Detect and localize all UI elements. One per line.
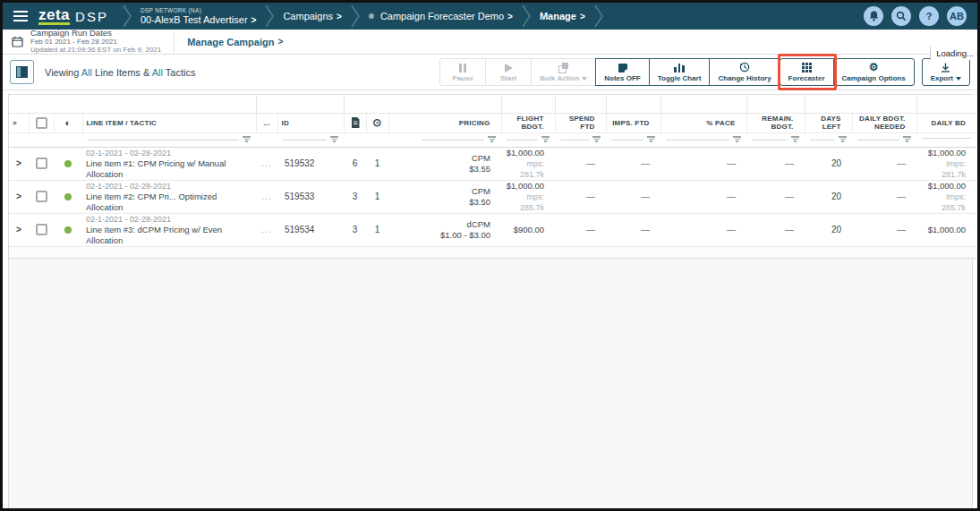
vertical-divider bbox=[174, 32, 175, 52]
run-dates-title: Campaign Run Dates bbox=[30, 29, 161, 38]
expand-all-header[interactable]: > bbox=[9, 113, 29, 132]
id-filter[interactable] bbox=[277, 132, 344, 147]
row-expand-chevron[interactable]: > bbox=[9, 213, 29, 246]
forecaster-button[interactable]: Forecaster bbox=[780, 58, 834, 86]
row-checkbox[interactable] bbox=[36, 158, 47, 169]
days-left-column-header[interactable]: DAYS LEFT bbox=[805, 113, 852, 132]
line-item-dates: 02-1-2021 - 02-28-2021 bbox=[86, 181, 252, 192]
flight-budget-filter[interactable] bbox=[501, 132, 555, 147]
dsp-campaign-manage-page: { "colors": { "topbar_bg": "#1b4b5f", "l… bbox=[0, 0, 980, 511]
avatar[interactable]: AB bbox=[947, 6, 967, 26]
tactics-column-header[interactable] bbox=[344, 113, 366, 132]
pace-column-header[interactable]: % PACE bbox=[660, 113, 746, 132]
pricing-value: $3.50 bbox=[392, 197, 490, 208]
row-checkbox[interactable] bbox=[36, 224, 47, 235]
imps-ftd-column-header[interactable]: IMPS. FTD bbox=[606, 113, 660, 132]
filter-funnel-icon[interactable] bbox=[541, 136, 550, 142]
breadcrumb-campaigns[interactable]: Campaigns > bbox=[276, 3, 348, 30]
spend-ftd-cell: — bbox=[555, 147, 606, 180]
viewing-all-tactics: All bbox=[152, 67, 163, 78]
select-all-header[interactable] bbox=[29, 113, 54, 132]
logo-dsp-text: DSP bbox=[75, 9, 108, 24]
daily-budget-needed-column-header[interactable]: DAILY BDGT. NEEDED bbox=[852, 113, 916, 132]
remaining-budget-column-header[interactable]: REMAIN. BDGT. bbox=[746, 113, 805, 132]
targets-column-header[interactable]: ⊙ bbox=[366, 113, 388, 132]
filter-funnel-icon[interactable] bbox=[592, 136, 601, 142]
filter-funnel-icon[interactable] bbox=[488, 136, 496, 142]
search-icon[interactable] bbox=[891, 6, 911, 26]
notes-toggle-button[interactable]: Notes OFF bbox=[595, 58, 649, 86]
breadcrumb-advertiser[interactable]: DSP NETWORK (NA) 00-AlexB Test Advertise… bbox=[133, 3, 263, 30]
line-item-cell[interactable]: 02-1-2021 - 02-28-2021 Line Item #2: CPM… bbox=[82, 180, 256, 213]
row-select[interactable] bbox=[29, 147, 54, 180]
table-row: > 02-1-2021 - 02-28-2021 Line Item #3: d… bbox=[9, 213, 976, 246]
flight-budget-column-header[interactable]: FLIGHT BDGT. bbox=[501, 113, 555, 132]
notifications-bell-icon[interactable] bbox=[864, 6, 883, 26]
row-checkbox[interactable] bbox=[36, 191, 47, 202]
spend-ftd-column-header[interactable]: SPEND FTD bbox=[555, 113, 606, 132]
row-select[interactable] bbox=[29, 213, 54, 246]
view-toggle-button[interactable] bbox=[10, 60, 34, 84]
line-item-column-header[interactable]: LINE ITEM / TACTIC bbox=[82, 113, 256, 132]
daily-budget-value: $1,000.00 bbox=[920, 225, 966, 235]
filter-funnel-icon[interactable] bbox=[839, 136, 847, 142]
export-button[interactable]: Export bbox=[922, 58, 970, 86]
filter-funnel-icon[interactable] bbox=[733, 136, 741, 142]
row-expand-chevron[interactable]: > bbox=[9, 147, 29, 180]
pace-cell: — bbox=[660, 213, 746, 246]
chevron-right-icon: > bbox=[251, 15, 257, 25]
imps-ftd-cell: — bbox=[606, 147, 660, 180]
filter-funnel-icon[interactable] bbox=[791, 136, 799, 142]
pace-filter[interactable] bbox=[660, 132, 746, 147]
viewing-summary: Viewing All Line Items & All Tactics bbox=[45, 67, 195, 78]
bulk-action-button[interactable]: Bulk Action bbox=[531, 58, 596, 86]
row-more-options[interactable]: ... bbox=[256, 213, 277, 246]
breadcrumb-campaign-name[interactable]: Campaign Forecaster Demo > bbox=[362, 3, 520, 30]
row-more-options[interactable]: ... bbox=[256, 180, 277, 213]
filter-funnel-icon[interactable] bbox=[243, 136, 251, 142]
imps-ftd-filter[interactable] bbox=[606, 132, 660, 147]
target-count-cell: 1 bbox=[366, 147, 388, 180]
campaign-options-button[interactable]: ⚙ Campaign Options bbox=[833, 58, 915, 86]
status-column-header[interactable]: ◐ bbox=[54, 113, 82, 132]
row-more-options[interactable]: ... bbox=[256, 147, 277, 180]
manage-campaign-link[interactable]: Manage Campaign > bbox=[187, 37, 283, 47]
filter-funnel-icon[interactable] bbox=[330, 136, 338, 142]
filter-funnel-icon[interactable] bbox=[647, 136, 655, 142]
tactic-count-cell: 6 bbox=[344, 147, 366, 180]
pricing-column-header[interactable]: PRICING bbox=[388, 113, 501, 132]
line-item-cell[interactable]: 02-1-2021 - 02-28-2021 Line Item #1: CPM… bbox=[82, 147, 256, 180]
help-icon[interactable]: ? bbox=[919, 6, 939, 26]
line-item-cell[interactable]: 02-1-2021 - 02-28-2021 Line Item #3: dCP… bbox=[82, 213, 256, 246]
breadcrumb-manage[interactable]: Manage > bbox=[533, 3, 592, 30]
pricing-cell: CPM $3.55 bbox=[388, 147, 501, 180]
change-history-button[interactable]: Change History bbox=[709, 58, 780, 86]
more-options-header[interactable]: ... bbox=[256, 113, 277, 132]
flight-budget-cell: $1,000.00 mps: 285.7k bbox=[501, 180, 555, 213]
remaining-budget-filter[interactable] bbox=[746, 132, 805, 147]
select-all-checkbox[interactable] bbox=[36, 117, 47, 129]
daily-budget-filter[interactable] bbox=[916, 132, 976, 147]
row-select[interactable] bbox=[29, 180, 54, 213]
days-left-cell: 20 bbox=[805, 147, 852, 180]
breadcrumb: DSP NETWORK (NA) 00-AlexB Test Advertise… bbox=[121, 3, 864, 30]
spend-ftd-filter[interactable] bbox=[555, 132, 606, 147]
days-left-filter[interactable] bbox=[805, 132, 852, 147]
pricing-cell: CPM $3.50 bbox=[388, 180, 501, 213]
toggle-chart-button[interactable]: Toggle Chart bbox=[649, 58, 711, 86]
id-column-header[interactable]: ID bbox=[277, 113, 344, 132]
spend-ftd-cell: — bbox=[555, 213, 606, 246]
pause-button[interactable]: Pause bbox=[439, 58, 486, 86]
hamburger-menu-icon[interactable] bbox=[3, 3, 37, 30]
start-button[interactable]: Start bbox=[485, 58, 532, 86]
status-green-dot bbox=[64, 226, 72, 234]
daily-budget-needed-filter[interactable] bbox=[852, 132, 916, 147]
line-item-filter[interactable] bbox=[82, 132, 256, 147]
filter-funnel-icon[interactable] bbox=[903, 136, 911, 142]
chevron-down-icon bbox=[956, 77, 961, 81]
daily-budget-column-header[interactable]: DAILY BD bbox=[916, 113, 976, 132]
imps-ftd-cell: — bbox=[606, 180, 660, 213]
pricing-filter[interactable] bbox=[388, 132, 501, 147]
viewing-prefix: Viewing bbox=[45, 67, 79, 78]
row-expand-chevron[interactable]: > bbox=[9, 180, 29, 213]
